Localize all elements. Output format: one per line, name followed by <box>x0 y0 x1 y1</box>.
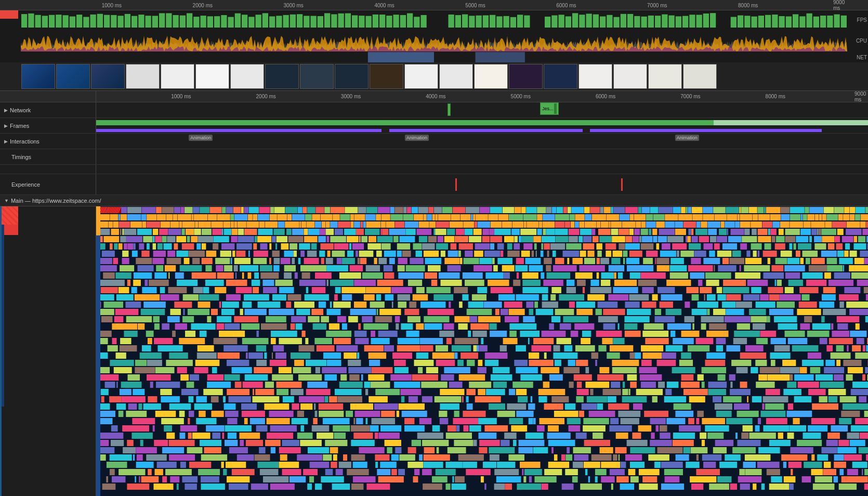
thumbnail-6[interactable] <box>195 64 229 89</box>
flame-chart-area[interactable] <box>0 206 868 496</box>
thumbnail-2[interactable] <box>56 64 90 89</box>
frames-purple-2 <box>389 129 582 132</box>
cpu-chart[interactable] <box>21 29 847 52</box>
bottom-tick-1000: 1000 ms <box>171 94 191 99</box>
thumbnail-16[interactable] <box>544 64 577 89</box>
interactions-track-row: ▶ Interactions Animation Animation Anima… <box>0 134 868 149</box>
bottom-tick-6000: 6000 ms <box>596 94 615 99</box>
flame-chart-canvas-area[interactable] <box>96 206 868 496</box>
tick-1000: 1000 ms <box>102 3 122 8</box>
flame-left-panel <box>0 206 96 496</box>
thumbnail-9[interactable] <box>300 64 334 89</box>
tick-5000: 5000 ms <box>465 3 485 8</box>
interactions-expand-arrow[interactable]: ▶ <box>4 139 8 144</box>
timings-label-text: Timings <box>4 154 31 160</box>
main-expand-arrow[interactable]: ▼ <box>4 198 9 203</box>
thumbnail-17[interactable] <box>578 64 612 89</box>
tick-8000: 8000 ms <box>738 3 758 8</box>
bottom-tick-9000: 9000 ms <box>854 91 866 102</box>
spacer-row <box>0 165 868 174</box>
bottom-tick-3000: 3000 ms <box>341 94 361 99</box>
thumbnail-13[interactable] <box>439 64 473 89</box>
interactions-label-text: Interactions <box>10 138 40 145</box>
frames-track-row: ▶ Frames <box>0 118 868 134</box>
interactions-track-label[interactable]: ▶ Interactions <box>0 134 96 149</box>
main-thread-header: ▼ Main — https://www.zeitspace.com/ <box>0 195 868 206</box>
frames-label-text: Frames <box>10 123 29 129</box>
timings-track-row: Timings <box>0 149 868 165</box>
experience-marker-1 <box>455 178 457 191</box>
timings-track-label[interactable]: Timings <box>0 149 96 164</box>
frames-track-content <box>96 118 868 133</box>
network-track-content: Jes... <box>96 102 868 118</box>
thumbnail-11[interactable] <box>370 64 403 89</box>
thumbnail-19[interactable] <box>648 64 682 89</box>
tick-3000: 3000 ms <box>284 3 304 8</box>
thumbnails-row[interactable] <box>0 62 868 91</box>
thumbnail-18[interactable] <box>613 64 647 89</box>
network-marker-1[interactable] <box>448 103 451 116</box>
jes-marker-right <box>554 103 556 114</box>
thumbnail-3[interactable] <box>91 64 125 89</box>
network-track-row: ▶ Network Jes... <box>0 102 868 118</box>
frames-track-label[interactable]: ▶ Frames <box>0 118 96 133</box>
net-overview-row: NET <box>0 52 868 62</box>
experience-track-content <box>96 174 868 194</box>
tick-9000: 9000 ms <box>833 0 845 11</box>
animation-label-1: Animation <box>189 135 213 141</box>
thumbnail-15[interactable] <box>509 64 543 89</box>
timings-track-content <box>96 149 868 164</box>
experience-label-text: Experience <box>4 181 40 188</box>
fps-bars[interactable] <box>21 11 847 28</box>
main-thread-label: Main — https://www.zeitspace.com/ <box>11 198 101 204</box>
tick-2000: 2000 ms <box>193 3 213 8</box>
net-chart[interactable] <box>21 52 847 62</box>
thumbnail-5[interactable] <box>161 64 194 89</box>
bottom-tick-2000: 2000 ms <box>256 94 276 99</box>
thumbnail-8[interactable] <box>265 64 299 89</box>
jes-marker[interactable]: Jes... <box>540 102 559 115</box>
cpu-label: CPU <box>856 37 867 43</box>
bottom-tick-8000: 8000 ms <box>766 94 785 99</box>
thumbnail-12[interactable] <box>404 64 438 89</box>
net-label: NET <box>857 55 867 60</box>
experience-marker-2 <box>621 178 623 191</box>
thumbnail-4[interactable] <box>126 64 160 89</box>
bottom-tick-7000: 7000 ms <box>680 94 700 99</box>
frames-bar <box>96 120 868 125</box>
thumbnail-14[interactable] <box>474 64 508 89</box>
time-ruler-top: 1000 ms 2000 ms 3000 ms 4000 ms 5000 ms … <box>0 0 868 10</box>
flame-indicator-1 <box>0 206 18 225</box>
frames-expand-arrow[interactable]: ▶ <box>4 123 8 128</box>
thumbnail-1[interactable] <box>21 64 55 89</box>
tick-7000: 7000 ms <box>647 3 667 8</box>
frames-purple-4 <box>652 129 822 132</box>
fps-overview-row: FPS <box>0 10 868 29</box>
interactions-track-content: Animation Animation Animation <box>96 134 868 149</box>
frames-purple-1 <box>96 129 382 132</box>
time-ruler-bottom: 1000 ms 2000 ms 3000 ms 4000 ms 5000 ms … <box>0 91 868 102</box>
animation-label-2: Animation <box>405 135 429 141</box>
thumbnail-20[interactable] <box>683 64 717 89</box>
tick-6000: 6000 ms <box>556 3 576 8</box>
network-label-text: Network <box>10 107 31 113</box>
network-expand-arrow[interactable]: ▶ <box>4 108 8 113</box>
thumbnail-7[interactable] <box>230 64 264 89</box>
experience-track-row: Experience <box>0 174 868 195</box>
thumbnail-10[interactable] <box>335 64 369 89</box>
flame-indicator-4 <box>0 206 2 496</box>
animation-label-3: Animation <box>675 135 699 141</box>
bottom-tick-4000: 4000 ms <box>426 94 445 99</box>
experience-track-label[interactable]: Experience <box>0 174 96 194</box>
fps-indicator <box>0 10 18 19</box>
fps-label: FPS <box>857 17 867 22</box>
cpu-overview-row: CPU <box>0 29 868 52</box>
bottom-tick-5000: 5000 ms <box>511 94 531 99</box>
tick-4000: 4000 ms <box>374 3 394 8</box>
network-track-label[interactable]: ▶ Network <box>0 102 96 118</box>
